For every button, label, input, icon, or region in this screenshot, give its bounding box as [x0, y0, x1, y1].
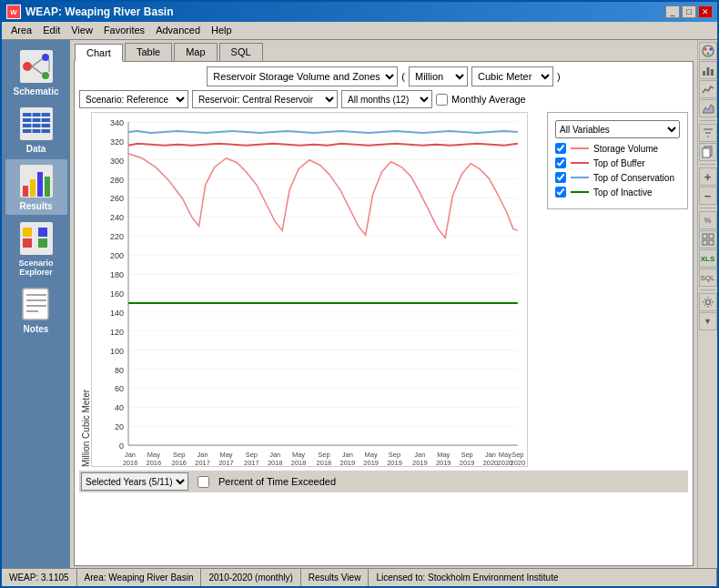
svg-rect-121	[709, 240, 714, 245]
legend-inactive-line	[571, 191, 589, 193]
main-window: W WEAP: Weaping River Basin _ □ ✕ Area E…	[0, 0, 719, 588]
rt-expand-btn[interactable]: ▼	[699, 312, 717, 330]
sidebar-results-label: Results	[19, 201, 52, 211]
svg-text:May: May	[365, 451, 378, 459]
sidebar-item-scenario[interactable]: Scenario Explorer	[5, 217, 67, 280]
svg-text:Jan: Jan	[485, 451, 496, 459]
menu-help[interactable]: Help	[206, 24, 238, 37]
rt-palette-btn[interactable]	[699, 42, 717, 60]
svg-text:2016: 2016	[123, 459, 138, 467]
menu-view[interactable]: View	[66, 24, 98, 37]
menu-advanced[interactable]: Advanced	[150, 24, 206, 37]
svg-text:2018: 2018	[291, 459, 307, 467]
svg-rect-109	[703, 71, 705, 76]
svg-text:280: 280	[110, 176, 124, 185]
menu-area[interactable]: Area	[5, 24, 37, 37]
tab-table[interactable]: Table	[125, 43, 172, 61]
chart-legend: All Variables Storage Volume Top of Buff…	[547, 112, 688, 209]
scenario-icon	[18, 220, 55, 257]
sidebar-item-schematic[interactable]: Schematic	[5, 45, 67, 100]
svg-rect-8	[23, 113, 50, 117]
svg-rect-22	[23, 228, 32, 237]
svg-point-1	[23, 62, 32, 71]
status-license: Licensed to: Stockholm Environment Insti…	[369, 569, 717, 586]
rt-filter-btn[interactable]	[699, 124, 717, 142]
tab-chart[interactable]: Chart	[75, 44, 123, 62]
unit2-select[interactable]: Cubic Meter	[471, 66, 553, 86]
chart-container: Reservoir Storage Volume and Zones ( Mil…	[74, 61, 694, 566]
svg-point-107	[709, 48, 712, 51]
sidebar-schematic-label: Schematic	[13, 86, 58, 96]
svg-rect-23	[38, 228, 47, 237]
menu-favorites[interactable]: Favorites	[98, 24, 150, 37]
svg-rect-10	[23, 124, 50, 127]
legend-buffer-checkbox[interactable]	[555, 157, 566, 168]
months-select[interactable]: All months (12)	[341, 90, 432, 108]
rt-area-btn[interactable]	[699, 99, 717, 117]
chart-type-select[interactable]: Reservoir Storage Volume and Zones	[207, 66, 398, 86]
rt-sql-btn[interactable]: SQL	[699, 269, 717, 287]
svg-text:2018: 2018	[317, 459, 332, 467]
percent-exceeded-label: Percent of Time Exceeded	[218, 476, 336, 487]
rt-line-chart-btn[interactable]	[699, 80, 717, 98]
sidebar-item-data[interactable]: Data	[5, 102, 67, 157]
svg-text:340: 340	[110, 118, 124, 127]
svg-text:May: May	[499, 451, 511, 459]
svg-rect-21	[23, 238, 32, 248]
svg-rect-120	[703, 240, 707, 245]
tab-map[interactable]: Map	[174, 43, 217, 61]
rt-settings-btn[interactable]	[699, 293, 717, 311]
svg-text:Jan: Jan	[414, 451, 425, 459]
data-icon	[18, 106, 55, 142]
tab-sql[interactable]: SQL	[219, 43, 263, 61]
window-title: WEAP: Weaping River Basin	[25, 5, 173, 18]
unit1-select[interactable]: Million	[409, 66, 468, 86]
svg-text:180: 180	[110, 270, 124, 279]
svg-text:May: May	[292, 451, 305, 459]
years-select[interactable]: Selected Years (5/11)	[81, 472, 188, 491]
sidebar-data-label: Data	[26, 144, 46, 154]
legend-filter-select[interactable]: All Variables	[555, 120, 680, 138]
svg-text:2020: 2020	[511, 459, 526, 467]
sidebar-item-notes[interactable]: Notes	[5, 282, 67, 338]
sidebar-item-results[interactable]: Results	[5, 159, 67, 215]
sidebar-scenario-label: Scenario Explorer	[7, 259, 66, 277]
maximize-button[interactable]: □	[682, 5, 696, 18]
rt-divider-3	[700, 208, 716, 208]
rt-zoom-in-btn[interactable]: +	[699, 167, 717, 186]
legend-item-inactive: Top of Inactive	[555, 187, 680, 198]
svg-point-2	[42, 54, 49, 61]
paren-close: )	[557, 71, 561, 82]
rt-copy-btn[interactable]	[699, 143, 717, 161]
monthly-avg-checkbox[interactable]	[436, 94, 448, 106]
svg-point-122	[705, 300, 710, 305]
scenario-select[interactable]: Scenario: Reference	[79, 90, 188, 108]
svg-text:Sep: Sep	[318, 451, 329, 459]
percent-exceeded-checkbox[interactable]	[197, 476, 209, 488]
svg-rect-117	[703, 148, 710, 157]
legend-item-storage: Storage Volume	[555, 143, 680, 154]
rt-percent-btn[interactable]: %	[699, 211, 717, 229]
svg-text:0: 0	[119, 441, 124, 451]
legend-storage-checkbox[interactable]	[555, 143, 566, 154]
reservoir-select[interactable]: Reservoir: Central Reservoir	[192, 90, 338, 108]
svg-point-108	[706, 53, 709, 56]
bottom-bar: Selected Years (5/11) Percent of Time Ex…	[79, 471, 688, 492]
close-button[interactable]: ✕	[698, 5, 713, 18]
legend-conservation-checkbox[interactable]	[555, 172, 566, 183]
svg-text:2019: 2019	[339, 459, 355, 467]
svg-text:Jan: Jan	[269, 451, 280, 459]
minimize-button[interactable]: _	[665, 5, 680, 18]
svg-text:2020: 2020	[483, 459, 499, 467]
legend-inactive-checkbox[interactable]	[555, 187, 566, 198]
svg-marker-112	[703, 105, 714, 113]
svg-text:May: May	[219, 451, 232, 459]
menu-edit[interactable]: Edit	[37, 24, 66, 37]
paren-open: (	[401, 71, 405, 82]
rt-grid-btn[interactable]	[699, 230, 717, 248]
rt-bar-chart-btn[interactable]	[699, 61, 717, 79]
rt-zoom-out-btn[interactable]: −	[699, 187, 717, 205]
legend-conservation-label: Top of Conservation	[593, 173, 674, 183]
rt-excel-btn[interactable]: XLS	[699, 249, 717, 268]
title-bar: W WEAP: Weaping River Basin _ □ ✕	[2, 2, 717, 22]
